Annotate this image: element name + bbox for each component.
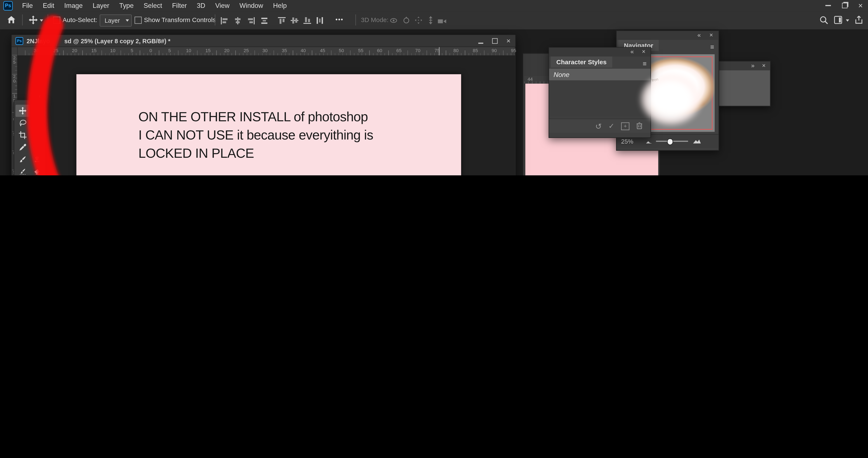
artboard-tool[interactable] [30, 105, 44, 117]
close-panel-icon[interactable]: × [762, 62, 766, 69]
menu-window[interactable]: Window [235, 2, 268, 9]
frame-tool[interactable] [30, 129, 44, 141]
lasso-tool[interactable] [16, 117, 30, 129]
distribute-h-icon[interactable] [260, 17, 269, 27]
ruler-number: 10 [186, 48, 191, 53]
doc-minimize-button[interactable] [474, 36, 488, 46]
options-bar: Auto-Select: Layer Show Transform Contro… [0, 11, 868, 30]
commit-icon[interactable]: ✓ [609, 122, 614, 130]
object-selection-tool[interactable] [30, 117, 44, 129]
app-restore-button[interactable] [837, 0, 852, 10]
workspace-chevron-icon[interactable] [846, 19, 849, 21]
ruler-number: 10 [110, 48, 116, 53]
home-icon[interactable] [6, 16, 16, 27]
align-bottom-edges-icon[interactable] [304, 17, 311, 27]
share-icon[interactable] [854, 15, 864, 27]
ruler-number: 85 [473, 48, 478, 53]
search-icon[interactable] [819, 16, 829, 27]
menu-view[interactable]: View [210, 2, 235, 9]
pasteboard[interactable]: ON THE OTHER INSTALL of photoshop I CAN … [17, 55, 515, 175]
app-close-button[interactable]: × [853, 0, 868, 10]
ruler-number: 35 [282, 48, 287, 53]
canvas-text-black: ON THE OTHER INSTALL of photoshop I CAN … [138, 108, 373, 163]
menu-file[interactable]: File [17, 2, 38, 9]
align-left-edges-icon[interactable] [220, 17, 229, 27]
zoom-in-icon[interactable] [692, 136, 702, 146]
menu-type[interactable]: Type [114, 2, 138, 9]
ruler-number: 95 [511, 48, 516, 53]
expand-panel-icon[interactable]: » [751, 62, 754, 69]
crop-tool[interactable] [16, 129, 30, 141]
menu-image[interactable]: Image [59, 2, 88, 9]
panel-menu-icon[interactable]: ≡ [643, 60, 647, 68]
close-panel-icon[interactable]: × [710, 32, 713, 38]
horizontal-ruler[interactable]: 30 25 20 15 10 5 0 5 10 15 20 25 30 35 4… [17, 47, 515, 56]
character-styles-tab[interactable]: Character Styles [551, 56, 612, 67]
show-transform-checkbox[interactable] [134, 17, 142, 24]
collapse-panel-icon[interactable]: « [698, 32, 701, 38]
redefine-style-icon[interactable]: ↺ [595, 121, 602, 131]
move-tool-dropdown-icon[interactable] [40, 19, 43, 21]
menu-filter[interactable]: Filter [167, 2, 192, 9]
auto-select-target-value: Layer [105, 17, 120, 24]
ruler-number: 70 [415, 48, 421, 53]
auto-select-label: Auto-Select: [63, 17, 97, 23]
clone-stamp-tool[interactable] [30, 153, 44, 166]
auto-select-target-dropdown[interactable]: Layer [100, 15, 132, 27]
ruler-number: 30 [34, 48, 39, 53]
panel-menu-icon[interactable]: ≡ [710, 43, 714, 51]
ruler-cursor-marker [439, 47, 440, 55]
collapsed-panel: » × [716, 61, 771, 106]
ruler-tool[interactable] [30, 141, 44, 153]
move-tool[interactable] [16, 105, 30, 117]
3d-camera-icon [437, 17, 447, 27]
align-right-edges-icon[interactable] [247, 17, 255, 27]
style-item-none[interactable]: None [549, 69, 650, 80]
ruler-number: 20 [72, 48, 78, 53]
zoom-slider-thumb[interactable] [667, 139, 673, 145]
ruler-number: 15 [205, 48, 211, 53]
doc-close-button[interactable]: × [502, 36, 516, 45]
3d-mode-label: 3D Mode: [361, 17, 389, 23]
canvas[interactable]: ON THE OTHER INSTALL of photoshop I CAN … [76, 74, 461, 175]
navigator-zoom-value[interactable]: 25% [621, 138, 633, 144]
ruler-number: 5 [168, 48, 171, 53]
mixer-brush-tool[interactable] [16, 166, 30, 175]
workspace-switcher-icon[interactable] [834, 16, 843, 27]
more-align-options-button[interactable]: ••• [336, 16, 343, 23]
menu-edit[interactable]: Edit [38, 2, 59, 9]
character-styles-footer: ↺ ✓ + [549, 118, 650, 133]
toolbar-collapse-icon[interactable]: ‹ [39, 92, 41, 99]
move-tool-icon[interactable] [29, 16, 38, 27]
menu-select[interactable]: Select [138, 2, 167, 9]
document-title-bar[interactable]: Ps 2NJlayosd @ 25% (Layer 8 copy 2, RGB/… [12, 35, 516, 47]
photoshop-app: Ps File Edit Image Layer Type Select Fil… [0, 0, 868, 175]
3d-pan-icon [414, 16, 423, 27]
align-top-edges-icon[interactable] [278, 17, 286, 27]
close-panel-icon[interactable]: × [642, 48, 646, 55]
ruler-number: 30 [262, 48, 268, 53]
show-transform-label: Show Transform Controls [144, 17, 216, 23]
delete-style-icon[interactable] [636, 121, 643, 131]
eyedropper-tool[interactable] [16, 141, 30, 153]
menu-layer[interactable]: Layer [88, 2, 114, 9]
menu-bar: Ps File Edit Image Layer Type Select Fil… [0, 0, 868, 12]
align-h-centers-icon[interactable] [234, 17, 242, 27]
document-window: Ps 2NJlayosd @ 25% (Layer 8 copy 2, RGB/… [11, 34, 516, 175]
ruler-number: 5 [130, 48, 133, 53]
align-v-centers-icon[interactable] [290, 17, 299, 27]
collapse-panel-icon[interactable]: « [630, 48, 634, 55]
menu-help[interactable]: Help [268, 2, 292, 9]
distribute-v-icon[interactable] [316, 17, 324, 27]
character-styles-panel: « × Character Styles ≡ None ↺ ✓ + [549, 47, 651, 138]
ruler-number: 45 [320, 48, 325, 53]
menu-3d[interactable]: 3D [192, 2, 210, 9]
new-style-icon[interactable]: + [621, 122, 629, 130]
navigator-header [617, 31, 719, 40]
auto-select-checkbox[interactable] [53, 17, 60, 24]
eraser-tool[interactable] [30, 166, 44, 175]
app-minimize-button[interactable] [820, 0, 836, 10]
brush-tool[interactable] [16, 153, 30, 166]
doc-maximize-button[interactable] [488, 38, 501, 44]
navigator-zoom-slider[interactable] [656, 141, 688, 142]
